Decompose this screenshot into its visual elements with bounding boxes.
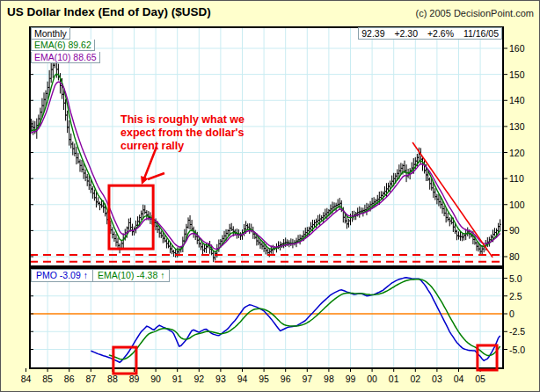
pmo-panel-bg — [30, 268, 503, 368]
svg-text:120: 120 — [509, 148, 525, 158]
svg-text:2.5: 2.5 — [509, 291, 522, 301]
pmo-ema-rising-arrow-icon: ↑ — [160, 270, 164, 280]
quote-change-pct: +2.6% — [427, 28, 454, 39]
svg-text:110: 110 — [509, 173, 524, 184]
svg-text:0: 0 — [509, 309, 514, 319]
svg-text:160: 160 — [509, 43, 525, 54]
svg-text:00: 00 — [367, 374, 377, 384]
svg-text:04: 04 — [454, 374, 464, 384]
pmo-ema-value: -4.38 — [136, 270, 157, 280]
svg-text:85: 85 — [42, 374, 53, 384]
svg-text:99: 99 — [346, 374, 356, 384]
pmo-legend-cell: PMO -3.09 ↑ — [32, 270, 92, 281]
pmo-ema-legend-cell: EMA(10) -4.38 ↑ — [92, 270, 169, 281]
svg-text:94: 94 — [237, 374, 248, 384]
svg-text:90: 90 — [509, 225, 520, 236]
pmo-rising-arrow-icon: ↑ — [84, 270, 88, 280]
annotation-line-2: expect from the dollar's — [120, 127, 244, 140]
quote-last: 92.39 — [361, 28, 384, 39]
svg-text:140: 140 — [509, 95, 525, 105]
svg-text:-5.0: -5.0 — [509, 345, 525, 355]
svg-text:86: 86 — [64, 374, 75, 384]
svg-text:95: 95 — [259, 374, 269, 384]
svg-text:90: 90 — [150, 374, 161, 384]
svg-text:130: 130 — [509, 121, 525, 132]
svg-text:87: 87 — [85, 374, 96, 384]
quote-change: +2.30 — [394, 28, 418, 39]
x-axis-labels: 8485868788899091929394959697989900010203… — [21, 368, 485, 384]
page-title: US Dollar Index (End of Day) ($USD) — [7, 5, 211, 18]
svg-text:88: 88 — [107, 374, 118, 384]
svg-text:150: 150 — [509, 69, 525, 80]
svg-text:93: 93 — [215, 374, 226, 384]
quote-date: 11/16/05 — [463, 28, 499, 39]
svg-text:01: 01 — [389, 374, 399, 384]
quote-box: 92.39 +2.30 +2.6% 11/16/05 — [358, 27, 502, 40]
annotation-line-3: current rally — [120, 140, 244, 153]
svg-text:98: 98 — [324, 374, 334, 384]
annotation-text: This is roughly what we expect from the … — [120, 113, 244, 153]
ema10-legend: EMA(10) 88.65 — [31, 52, 100, 63]
svg-text:05: 05 — [475, 374, 485, 384]
svg-text:100: 100 — [509, 200, 525, 210]
annotation-line-1: This is roughly what we — [120, 113, 244, 127]
svg-text:03: 03 — [432, 374, 442, 384]
copyright-text: (c) 2005 DecisionPoint.com — [415, 8, 534, 18]
svg-text:80: 80 — [509, 251, 520, 262]
pmo-ema-label: EMA(10) — [98, 270, 134, 280]
svg-text:5.0: 5.0 — [509, 273, 522, 284]
pmo-label: PMO — [36, 270, 57, 280]
svg-text:91: 91 — [172, 374, 183, 384]
svg-text:84: 84 — [21, 374, 32, 384]
pmo-legend: PMO -3.09 ↑ EMA(10) -4.38 ↑ — [31, 269, 170, 282]
svg-text:02: 02 — [410, 374, 420, 384]
svg-text:92: 92 — [193, 374, 204, 384]
pmo-value: -3.09 — [60, 270, 81, 280]
svg-text:97: 97 — [302, 374, 312, 384]
svg-text:96: 96 — [281, 374, 291, 384]
ema6-legend: EMA(6) 89.62 — [31, 40, 95, 51]
svg-text:-2.5: -2.5 — [509, 326, 525, 337]
timeframe-label: Monthly — [31, 27, 70, 40]
svg-text:89: 89 — [129, 374, 140, 384]
usd-index-chart-window: 80901001101201301401501605.02.50-2.5-5.0… — [0, 0, 540, 392]
